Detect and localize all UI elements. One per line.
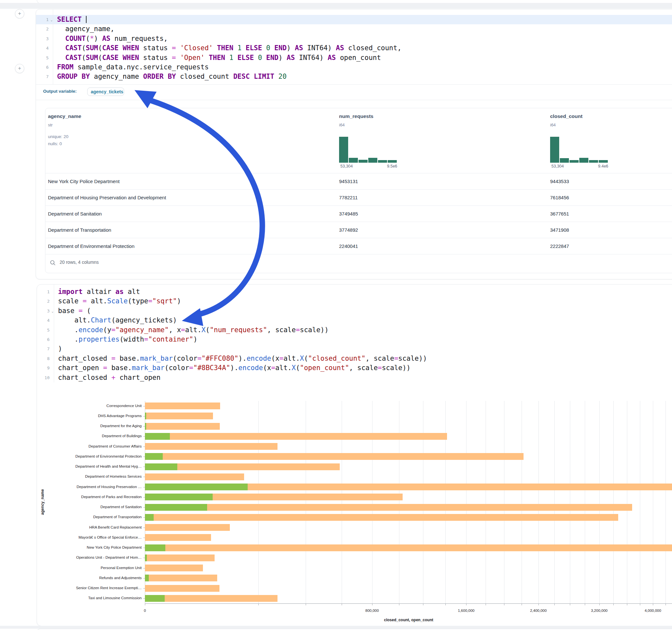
code-token: alt. — [185, 326, 201, 334]
gridline — [640, 401, 640, 603]
y-axis-label: HRA Benefit Card Replacement — [38, 525, 142, 529]
code-token: import — [58, 288, 83, 295]
code-token: ( — [98, 54, 102, 62]
bar-open-count — [145, 484, 248, 490]
sql-code-editor[interactable]: 1⌄SELECT 2 agency_name,3 COUNT(*) AS num… — [36, 9, 672, 84]
table-cell: 3774892 — [339, 222, 358, 238]
code-line: 5 .encode(y="agency_name", x=alt.X("num_… — [37, 325, 672, 335]
bar-closed-count — [145, 524, 230, 531]
code-token: END — [266, 54, 279, 62]
column-name[interactable]: num_requests — [339, 114, 374, 119]
code-token: altair — [83, 288, 115, 295]
code-text: agency_name, — [53, 24, 115, 34]
text-cursor — [86, 16, 87, 23]
fold-chevron-icon[interactable]: ⌄ — [51, 307, 53, 316]
code-token: closed_count, — [344, 44, 401, 52]
x-axis-title: closed_count, open_count — [145, 618, 672, 622]
code-token: agency_name — [90, 73, 143, 80]
code-token: properties — [78, 335, 119, 343]
code-token: INT64) — [303, 44, 336, 52]
code-token: , scale — [349, 364, 378, 372]
add-cell-button-middle[interactable]: + — [15, 64, 24, 73]
code-token: THEN — [209, 54, 225, 62]
code-line: 7GROUP BY agency_name ORDER BY closed_co… — [36, 72, 672, 81]
code-token: base. — [115, 355, 140, 362]
code-token: AS — [287, 54, 295, 62]
code-token: 20 — [279, 73, 287, 80]
add-cell-button-top[interactable]: + — [15, 9, 24, 19]
code-token: 0 — [258, 54, 262, 62]
x-axis-tick-label: 800,000 — [365, 609, 379, 612]
histogram-min-label: 53,304 — [551, 164, 564, 169]
line-number: 8 — [37, 354, 54, 363]
y-axis-label: Department of Buildings — [38, 434, 142, 438]
code-token: CAST — [65, 54, 82, 62]
column-name[interactable]: closed_count — [550, 114, 582, 119]
code-token: "#8BC34A" — [193, 364, 230, 372]
y-axis-label: Correspondence Unit — [38, 404, 142, 408]
code-text: scale = alt.Scale(type="sqrt") — [54, 296, 181, 306]
code-token — [262, 44, 266, 52]
code-text: FROM sample_data.nyc.service_requests — [53, 63, 209, 72]
gridline — [666, 401, 666, 603]
code-token — [274, 73, 279, 80]
code-token: ) — [193, 335, 197, 343]
y-axis-title: agency_name — [40, 487, 45, 516]
code-line: 9chart_open = base.mark_bar(color="#8BC3… — [37, 363, 672, 373]
code-token: ( — [98, 44, 102, 52]
column-type: str — [48, 122, 52, 127]
table-cell: Department of Housing Preservation and D… — [48, 190, 166, 206]
code-token: (y — [103, 326, 111, 334]
code-token: * — [90, 35, 94, 43]
code-token: Scale — [107, 297, 128, 305]
code-line: 1⌄SELECT — [36, 15, 672, 24]
code-token: ELSE — [237, 54, 254, 62]
table-row: Department of Sanitation37494853677651 — [45, 205, 672, 222]
column-histogram — [339, 137, 397, 163]
python-code-editor[interactable]: 1import altair as alt2scale = alt.Scale(… — [37, 285, 672, 382]
code-token: ( — [304, 355, 308, 362]
code-token: open_count — [336, 54, 381, 62]
code-token: SUM — [86, 54, 98, 62]
code-token: = — [271, 364, 275, 372]
line-number: 2 — [37, 296, 54, 306]
fold-chevron-icon[interactable]: ⌄ — [51, 15, 52, 25]
code-text: base = ( — [54, 306, 91, 316]
x-axis-tick — [522, 604, 522, 605]
code-token: "#FFC080" — [201, 355, 239, 362]
code-token: Chart — [91, 316, 111, 324]
histogram-bar — [339, 137, 348, 163]
output-variable-input[interactable]: agency_tickets — [87, 88, 124, 96]
code-token: = — [144, 335, 148, 343]
table-cell: 9453131 — [339, 173, 358, 190]
x-axis-tick — [486, 604, 486, 605]
code-token: chart_open — [115, 374, 161, 382]
output-variable-bar: Output variable: agency_tickets — [36, 84, 672, 100]
code-text: .encode(y="agency_name", x=alt.X("num_re… — [54, 325, 329, 335]
code-token: X — [201, 326, 206, 334]
bar-open-count — [145, 413, 146, 419]
y-axis-label: Department of Transportation — [38, 515, 142, 519]
x-axis-tick-label: 3,200,000 — [591, 609, 607, 612]
code-token: ). — [238, 355, 246, 362]
table-cell: Department of Environmental Protection — [48, 238, 135, 255]
x-axis-tick — [306, 604, 306, 605]
code-token: ). — [230, 364, 238, 372]
bar-open-count — [145, 423, 146, 430]
column-name[interactable]: agency_name — [48, 114, 81, 119]
code-token: + — [111, 374, 115, 382]
code-token: , scale — [267, 326, 296, 334]
code-token: chart_closed — [58, 374, 111, 382]
code-token: (type — [128, 297, 148, 305]
code-token: "container" — [148, 335, 193, 343]
x-axis-tick — [666, 604, 666, 605]
y-axis-label: Department of Homeless Services — [38, 475, 142, 478]
code-token: alt. — [275, 364, 292, 372]
line-number: 10 — [37, 373, 54, 382]
line-number: 9 — [37, 363, 54, 373]
code-token: ( — [83, 307, 91, 315]
column-type: i64 — [339, 122, 344, 127]
search-icon[interactable] — [50, 260, 56, 266]
code-token: status — [139, 54, 172, 62]
histogram-bar — [359, 160, 368, 163]
